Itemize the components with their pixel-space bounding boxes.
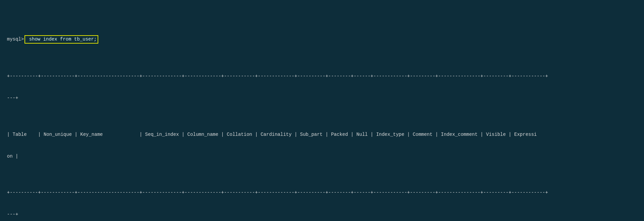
separator-top-2: ---+ xyxy=(7,95,644,102)
header-row-1: | Table | Non_unique | Key_name | Seq_in… xyxy=(7,131,644,139)
separator-top-1: +----------+------------+---------------… xyxy=(7,73,644,80)
separator-header-2: ---+ xyxy=(7,211,644,218)
separator-header-1: +----------+------------+---------------… xyxy=(7,189,644,197)
prompt-line: mysql> show index from tb_user; xyxy=(7,35,644,44)
prompt-text: mysql> xyxy=(7,37,24,42)
header-row-2: on | xyxy=(7,153,644,160)
command-box: show index from tb_user; xyxy=(24,35,98,44)
terminal: mysql> show index from tb_user; +-------… xyxy=(0,3,644,221)
